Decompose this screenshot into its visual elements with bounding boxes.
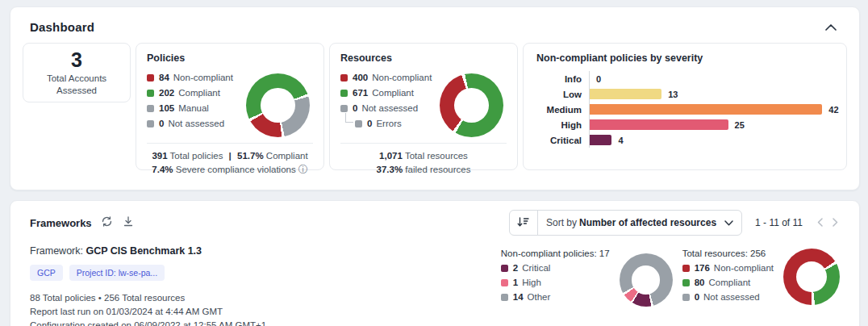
legend-item: 84Non-compliant <box>147 73 233 82</box>
legend-item: 0Not assessed <box>147 119 233 128</box>
total-accounts-label: Total Accounts Assessed <box>35 73 119 97</box>
severity-chart-card: Non-compliant policies by severity Info … <box>523 43 847 170</box>
chevron-up-icon <box>825 21 837 33</box>
chevron-left-icon <box>817 217 823 229</box>
legend-item: 80Compliant <box>682 278 774 287</box>
resources-donut-chart[interactable] <box>440 73 503 137</box>
frameworks-title: Frameworks <box>30 217 92 229</box>
download-icon <box>123 216 133 229</box>
legend-swatch <box>682 294 690 301</box>
legend-swatch <box>682 265 690 272</box>
legend-swatch <box>340 90 348 97</box>
sort-by-dropdown[interactable]: Sort byNumber of affected resources <box>538 217 724 228</box>
legend-swatch <box>147 105 154 112</box>
total-accounts-card: 3 Total Accounts Assessed <box>23 43 131 102</box>
pagination-prev-button[interactable] <box>812 215 828 231</box>
bar-row: High 25 <box>536 117 833 132</box>
pagination-next-button[interactable] <box>828 215 843 231</box>
policies-card-title: Policies <box>147 52 313 64</box>
bar-critical[interactable] <box>590 135 611 145</box>
legend-swatch <box>147 120 154 127</box>
legend-swatch <box>340 74 348 82</box>
stats-last-run: Report last run on 01/03/2024 at 4:44 AM… <box>30 305 266 319</box>
page-title: Dashboard <box>30 20 94 34</box>
resources-legend: 400Non-compliant 671Compliant 0Not asses… <box>340 73 432 137</box>
dashboard-header: Dashboard <box>10 7 859 35</box>
legend-item: 400Non-compliant <box>340 73 432 82</box>
legend-item: 2Critical <box>501 263 610 273</box>
noncompliant-policies-summary: Non-compliant policies: 17 2Critical 1Hi… <box>501 249 610 307</box>
legend-swatch <box>682 279 690 286</box>
chevron-down-icon <box>724 220 733 226</box>
legend-item: 14Other <box>501 292 610 302</box>
framework-details: Framework: GCP CIS Benchmark 1.3 GCP Pro… <box>30 245 266 326</box>
sort-order-button[interactable] <box>510 211 538 235</box>
summary-cards-row: 3 Total Accounts Assessed Policies 84Non… <box>23 43 847 170</box>
bar-row: Critical 4 <box>536 132 833 148</box>
policies-donut-chart[interactable] <box>246 73 310 137</box>
legend-item: 105Manual <box>147 103 233 113</box>
framework-tags: GCP Project ID: lw-se-pa... <box>30 265 266 281</box>
tag-gcp[interactable]: GCP <box>30 265 63 281</box>
framework-policies-donut-chart[interactable] <box>620 253 673 307</box>
dashboard-panel: Dashboard 3 Total Accounts Assessed Poli… <box>10 6 860 190</box>
legend-item: 671Compliant <box>340 88 432 98</box>
legend-item: 0Not assessed <box>340 103 432 113</box>
legend-swatch <box>147 74 154 82</box>
legend-swatch <box>501 265 508 272</box>
policies-legend: 84Non-compliant 202Compliant 105Manual 0… <box>147 73 233 137</box>
legend-item: 202Compliant <box>147 88 233 98</box>
tag-project-id[interactable]: Project ID: lw-se-pa... <box>69 265 165 281</box>
framework-stats: 88 Total policies • 256 Total resources … <box>30 291 266 326</box>
stats-created: Configuration created on 06/09/2022 at 1… <box>30 319 266 326</box>
pagination-info: 1 - 11 of 11 <box>755 217 803 228</box>
legend-item: 176Non-compliant <box>682 263 774 273</box>
framework-resources-donut-chart[interactable] <box>783 249 840 305</box>
refresh-icon <box>102 216 112 229</box>
chevron-right-icon <box>833 217 838 229</box>
stats-totals: 88 Total policies • 256 Total resources <box>30 291 266 305</box>
frameworks-header: Frameworks <box>10 201 859 236</box>
total-accounts-value: 3 <box>71 49 82 70</box>
resources-card: Resources 400Non-compliant 671Compliant … <box>329 43 518 170</box>
refresh-button[interactable] <box>100 215 114 231</box>
bar-row: Info 0 <box>536 71 833 86</box>
resources-card-title: Resources <box>340 52 507 64</box>
legend-item-errors: 0Errors <box>345 119 432 128</box>
compliance-dashboard-page: Dashboard 3 Total Accounts Assessed Poli… <box>0 0 868 326</box>
severity-bar-chart: Info 0 Low 13 Medium 42 High 25 <box>536 71 833 148</box>
framework-row[interactable]: Framework: GCP CIS Benchmark 1.3 GCP Pro… <box>30 245 840 326</box>
legend-swatch <box>501 294 508 301</box>
info-icon[interactable]: ⓘ <box>298 164 308 175</box>
framework-charts: Non-compliant policies: 17 2Critical 1Hi… <box>501 245 840 326</box>
frameworks-panel: Frameworks <box>10 200 860 326</box>
legend-item: 0Not assessed <box>682 292 774 302</box>
total-resources-summary: Total resources: 256 176Non-compliant 80… <box>682 249 774 307</box>
legend-swatch <box>501 279 508 286</box>
bar-row: Low 13 <box>536 86 833 102</box>
bar-row: Medium 42 <box>536 102 833 117</box>
bar-medium[interactable] <box>590 104 822 115</box>
legend-item: 1High <box>501 278 610 287</box>
legend-swatch <box>355 120 362 127</box>
bar-high[interactable] <box>590 119 728 130</box>
legend-swatch <box>340 105 348 112</box>
sort-descending-icon <box>517 215 529 230</box>
policies-card: Policies 84Non-compliant 202Compliant 10… <box>136 43 324 170</box>
collapse-panel-button[interactable] <box>824 19 838 35</box>
download-button[interactable] <box>122 215 135 231</box>
framework-name: Framework: GCP CIS Benchmark 1.3 <box>30 245 266 257</box>
resources-card-footer: 1,071 Total resources 37.3% failed resou… <box>340 143 507 177</box>
sort-control[interactable]: Sort byNumber of affected resources <box>509 210 742 236</box>
policies-card-footer: 391 Total policies | 51.7% Compliant 7.4… <box>147 143 313 177</box>
legend-swatch <box>147 90 154 97</box>
frameworks-controls: Sort byNumber of affected resources 1 - … <box>509 210 843 236</box>
severity-chart-title: Non-compliant policies by severity <box>536 52 833 64</box>
bar-low[interactable] <box>590 89 661 99</box>
